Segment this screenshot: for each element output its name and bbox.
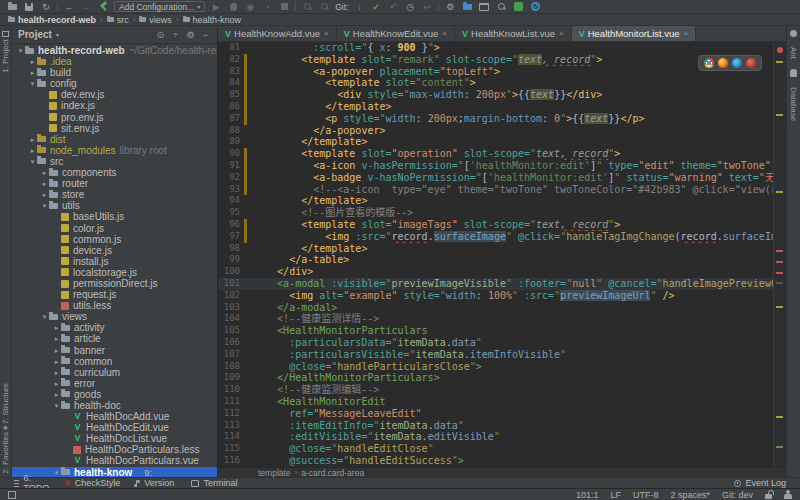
- tree-item[interactable]: ▸goods: [12, 389, 217, 400]
- chevron-right-icon[interactable]: ▸: [40, 189, 49, 200]
- status-item[interactable]: UTF-8: [633, 490, 659, 500]
- stop-icon[interactable]: [278, 1, 290, 12]
- tree-item[interactable]: utils.less: [12, 300, 217, 311]
- editor-tab[interactable]: VHealthKnowList.vue×: [455, 26, 572, 41]
- edge-icon[interactable]: [732, 58, 742, 68]
- status-item[interactable]: 2 spaces*: [670, 490, 710, 500]
- tree-item[interactable]: ▸common: [12, 356, 217, 367]
- tree-item[interactable]: index.js: [12, 100, 217, 111]
- search-everywhere-icon[interactable]: [495, 1, 507, 12]
- back-icon[interactable]: ←: [63, 1, 75, 12]
- editor-breadcrumb-item[interactable]: a-card.card-area: [301, 468, 364, 478]
- tree-item[interactable]: ▾config: [12, 78, 217, 89]
- editor-tab[interactable]: VHealthMonitorList.vue×: [572, 26, 697, 41]
- coverage-icon[interactable]: ◉: [244, 1, 256, 12]
- chevron-down-icon[interactable]: ▾: [16, 45, 25, 56]
- tree-item[interactable]: ▸banner: [12, 345, 217, 356]
- status-item[interactable]: Git: dev: [722, 490, 753, 500]
- hector-inspections-icon[interactable]: [784, 494, 792, 499]
- tree-item[interactable]: ▾health-record-web~/GitCode/health-recor…: [12, 45, 217, 56]
- tree-item[interactable]: color.js: [12, 223, 217, 234]
- close-icon[interactable]: ×: [684, 29, 689, 38]
- chevron-down-icon[interactable]: ▾: [52, 400, 61, 411]
- editor-tab[interactable]: VHealthKnowEdit.vue×: [337, 26, 455, 41]
- tree-item[interactable]: ▸components: [12, 167, 217, 178]
- plugin-blue-icon[interactable]: [529, 1, 541, 12]
- chevron-right-icon[interactable]: ▸: [52, 356, 61, 367]
- chevron-right-icon[interactable]: ▸: [40, 178, 49, 189]
- tree-item[interactable]: VHealthDocParticulars.vue: [12, 455, 217, 466]
- chevron-right-icon[interactable]: ▸: [52, 333, 61, 344]
- breadcrumb-item[interactable]: src: [107, 15, 129, 25]
- chevron-right-icon[interactable]: ▸: [52, 367, 61, 378]
- chevron-right-icon[interactable]: ▸: [28, 134, 37, 145]
- open-icon[interactable]: [6, 1, 18, 12]
- chevron-right-icon[interactable]: ▸: [28, 67, 37, 78]
- project-panel-title[interactable]: Project: [18, 29, 52, 40]
- tree-item[interactable]: ▸node_moduleslibrary root: [12, 145, 217, 156]
- tree-item[interactable]: pro.env.js: [12, 112, 217, 123]
- tree-item[interactable]: dev.env.js: [12, 89, 217, 100]
- toolwindow-tab-structure[interactable]: 7: Structure: [1, 383, 10, 424]
- toolwindow-tab-ant[interactable]: Ant: [789, 47, 798, 59]
- toolwindow-tab-favorites[interactable]: 2: Favorites: [1, 432, 10, 474]
- tree-item[interactable]: common.js: [12, 234, 217, 245]
- tree-item[interactable]: ▸router: [12, 178, 217, 189]
- forward-icon[interactable]: →: [80, 1, 92, 12]
- error-stripe-scrollbar[interactable]: [773, 42, 786, 467]
- tree-item[interactable]: ▸store: [12, 189, 217, 200]
- tree-item[interactable]: device.js: [12, 245, 217, 256]
- undo-icon[interactable]: ↩: [421, 1, 433, 12]
- plugin-green-icon[interactable]: [512, 1, 524, 12]
- opera-icon[interactable]: [746, 58, 756, 68]
- save-icon[interactable]: [23, 1, 35, 12]
- profiler-icon[interactable]: ◔: [261, 1, 273, 12]
- toolwindow-switcher-icon[interactable]: [8, 491, 16, 499]
- chevron-right-icon[interactable]: ▸: [52, 378, 61, 389]
- breadcrumb-item[interactable]: views: [139, 15, 172, 25]
- chevron-right-icon[interactable]: ▸: [40, 167, 49, 178]
- sync-icon[interactable]: ↻: [40, 1, 52, 12]
- tree-item[interactable]: ▸curriculum: [12, 367, 217, 378]
- tree-item[interactable]: ▸activity: [12, 322, 217, 333]
- tree-item[interactable]: install.js: [12, 256, 217, 267]
- history-clock-icon[interactable]: ◷: [404, 1, 416, 12]
- chrome-icon[interactable]: [704, 58, 714, 68]
- find-in-path-icon[interactable]: [318, 1, 330, 12]
- tree-item[interactable]: ▸build: [12, 67, 217, 78]
- close-icon[interactable]: ×: [559, 29, 564, 38]
- editor-tab[interactable]: VHealthKnowAdd.vue×: [218, 26, 337, 41]
- code-editor[interactable]: 81 :scroll="{ x: 900 }">82 <template slo…: [218, 42, 786, 467]
- tree-item[interactable]: ▸error: [12, 378, 217, 389]
- run-configuration-select[interactable]: Add Configuration... ▾: [114, 1, 205, 12]
- chevron-down-icon[interactable]: ▾: [28, 156, 37, 167]
- build-hammer-icon[interactable]: [97, 1, 109, 12]
- toolwindow-tab-database[interactable]: Database: [789, 87, 798, 121]
- tree-item[interactable]: baseUtils.js: [12, 211, 217, 222]
- status-item[interactable]: LF: [610, 490, 621, 500]
- restore-layout-icon[interactable]: [478, 1, 490, 12]
- debug-icon[interactable]: [227, 1, 239, 12]
- git-commit-icon[interactable]: ✓: [370, 1, 382, 12]
- git-update-icon[interactable]: ↓: [353, 1, 365, 12]
- tree-item[interactable]: localstorage.js: [12, 267, 217, 278]
- breadcrumb-item[interactable]: health-record-web: [8, 15, 96, 25]
- tree-item[interactable]: ▾src: [12, 156, 217, 167]
- toolwindow-tab-project[interactable]: 1: Project: [1, 39, 10, 73]
- tree-item[interactable]: VHealthDocEdit.vue: [12, 422, 217, 433]
- tree-item[interactable]: ▸.idea: [12, 56, 217, 67]
- chevron-right-icon[interactable]: ▸: [28, 145, 37, 156]
- collapse-all-icon[interactable]: ÷: [170, 30, 181, 40]
- chevron-right-icon[interactable]: ▸: [52, 322, 61, 333]
- tree-item[interactable]: VHealthDocList.vue: [12, 433, 217, 444]
- lock-icon[interactable]: [765, 494, 772, 499]
- tree-item[interactable]: VHealthDocAdd.vue: [12, 411, 217, 422]
- project-structure-icon[interactable]: [461, 1, 473, 12]
- settings-gear-icon[interactable]: ⚙: [444, 1, 456, 12]
- tree-item[interactable]: ▾health-doc: [12, 400, 217, 411]
- locate-icon[interactable]: ⊙: [155, 30, 166, 40]
- run-icon[interactable]: ▶: [210, 1, 222, 12]
- chevron-down-icon[interactable]: ▾: [28, 78, 37, 89]
- firefox-icon[interactable]: [718, 58, 728, 68]
- tree-item[interactable]: ▸dist: [12, 134, 217, 145]
